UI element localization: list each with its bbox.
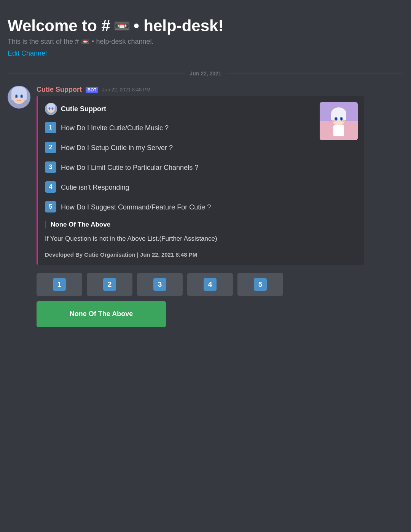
svg-point-22 [342, 120, 346, 122]
embed-header-name: Cutie Support [61, 105, 106, 113]
subtitle-emoji: 📼 [81, 37, 89, 46]
title-suffix: • help-desk! [134, 17, 223, 35]
svg-rect-14 [331, 113, 334, 120]
number-buttons-row: 1 2 3 4 [37, 273, 403, 296]
faq-item-4: 4 Cutie isn't Responding [45, 181, 357, 193]
faq-number-5: 5 [45, 201, 56, 212]
number-badge-btn-3: 3 [153, 278, 166, 291]
faq-item-5: 5 How Do I Suggest Command/Feature For C… [45, 201, 357, 212]
faq-number-3: 3 [45, 161, 56, 173]
number-button-2[interactable]: 2 [87, 273, 132, 296]
message-header: Cutie Support BOT Jun 22, 2021 8:48 PM [37, 86, 403, 94]
svg-point-8 [21, 95, 22, 97]
svg-point-26 [49, 107, 51, 110]
svg-point-19 [341, 118, 342, 120]
edit-channel-link[interactable]: Edit Channel [8, 50, 47, 58]
buttons-section: 1 2 3 4 [37, 273, 403, 327]
channel-subtitle: This is the start of the # 📼 • help-desk… [8, 37, 403, 46]
none-above-embed-title: None Of The Above [51, 221, 357, 228]
embed-avatar-small [45, 103, 57, 115]
username: Cutie Support [37, 86, 82, 94]
subtitle-prefix: This is the start of the # [8, 38, 79, 46]
svg-point-18 [335, 118, 337, 120]
embed-thumbnail [320, 102, 358, 140]
embed-header: Cutie Support [45, 103, 357, 115]
channel-header: Welcome to # 📼 • help-desk! This is the … [8, 9, 403, 61]
number-button-4[interactable]: 4 [187, 273, 233, 296]
embed-card: Cutie Support 1 How Do I Invite Cutie/Cu… [37, 96, 364, 265]
vhs-emoji: 📼 [113, 18, 131, 34]
svg-point-7 [16, 95, 17, 97]
number-badge-btn-4: 4 [204, 278, 217, 291]
none-above-section: None Of The Above [45, 221, 357, 228]
faq-item-3: 3 How Do I Limit Cutie to Particular Cha… [45, 161, 357, 173]
avatar [8, 86, 30, 109]
svg-rect-15 [343, 113, 346, 120]
message-timestamp: Jun 22, 2021 8:48 PM [102, 87, 150, 93]
number-badge-btn-1: 1 [53, 278, 66, 291]
subtitle-suffix: • help-desk channel. [92, 38, 153, 46]
svg-point-27 [52, 107, 54, 110]
faq-text-3: How Do I Limit Cutie to Particular Chann… [61, 161, 198, 173]
faq-text-5: How Do I Suggest Command/Feature For Cut… [61, 201, 211, 212]
channel-title: Welcome to # 📼 • help-desk! [8, 17, 403, 35]
message-content: Cutie Support BOT Jun 22, 2021 8:48 PM [37, 86, 403, 327]
number-button-5[interactable]: 5 [237, 273, 283, 296]
svg-rect-20 [333, 125, 344, 136]
number-badge-btn-5: 5 [254, 278, 267, 291]
faq-text-2: How Do I Setup Cutie in my Server ? [61, 142, 173, 153]
further-assistance-text: If Your Question is not in the Above Lis… [45, 234, 357, 244]
title-prefix: Welcome to # [8, 17, 110, 35]
faq-text-1: How Do I Invite Cutie/Cutie Music ? [61, 122, 169, 133]
number-badge-btn-2: 2 [103, 278, 116, 291]
date-divider: Jun 22, 2021 [8, 70, 403, 77]
faq-number-4: 4 [45, 181, 56, 193]
none-above-button[interactable]: None Of The Above [37, 301, 166, 327]
bot-badge: BOT [86, 87, 98, 93]
svg-rect-3 [11, 92, 14, 100]
number-button-1[interactable]: 1 [37, 273, 82, 296]
svg-point-21 [331, 120, 335, 122]
svg-point-25 [47, 103, 55, 109]
svg-rect-4 [24, 92, 27, 100]
faq-text-4: Cutie isn't Responding [61, 181, 129, 193]
faq-number-1: 1 [45, 122, 56, 133]
embed-footer: Developed By Cutie Organisation | Jun 22… [45, 251, 357, 258]
faq-number-2: 2 [45, 142, 56, 153]
message-container: Cutie Support BOT Jun 22, 2021 8:48 PM [8, 83, 403, 330]
faq-list: 1 How Do I Invite Cutie/Cutie Music ? 2 … [45, 122, 357, 212]
faq-item-2: 2 How Do I Setup Cutie in my Server ? [45, 142, 357, 153]
faq-item-1: 1 How Do I Invite Cutie/Cutie Music ? [45, 122, 357, 133]
number-button-3[interactable]: 3 [137, 273, 183, 296]
